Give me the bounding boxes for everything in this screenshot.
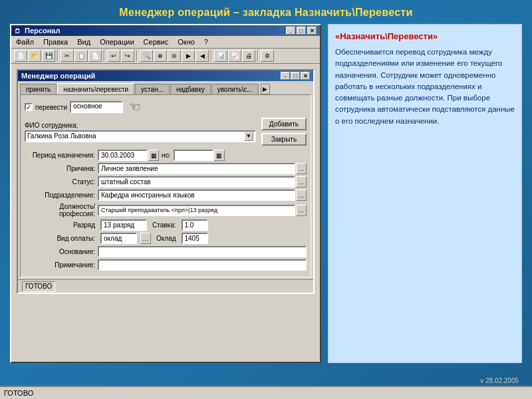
toolbar-btn-3[interactable]: 💾 (42, 50, 55, 62)
toolbar-btn-4[interactable]: ✂ (61, 50, 74, 62)
dolzhnost-row: Должность/профессия: Старший преподавате… (25, 203, 307, 217)
vidoplaty-value[interactable]: оклад (100, 233, 137, 244)
tab-content: ✓ перевести основное ☞ ФИО сотрудника: Г (20, 94, 311, 277)
podrazdelenie-browse[interactable]: … (296, 190, 307, 201)
info-panel: «Назначить\Перевести» Обеспечивается пер… (328, 24, 522, 363)
status-ready: ГОТОВО (22, 281, 55, 292)
period-to-value[interactable] (174, 150, 213, 161)
menu-service[interactable]: Сервис (142, 37, 171, 47)
inner-status-bar: ГОТОВО (18, 279, 313, 293)
osnovanie-value[interactable] (98, 246, 307, 257)
toolbar: 📄 📂 💾 ✂ 📋 📄 ↩ ↪ 🔍 ⊕ ⊖ ▶ ◀ 📊 📈 🖨 ⚙ (11, 49, 320, 64)
prichina-value[interactable]: Личное заявление (98, 163, 295, 174)
fio-label: ФИО сотрудника: (25, 122, 256, 129)
toolbar-btn-16[interactable]: 🖨 (242, 50, 255, 62)
info-title: «Назначить\Перевести» (335, 31, 515, 41)
info-text: Обеспечивается перевод сотрудника между … (335, 47, 515, 127)
prichina-label: Причина: (25, 165, 98, 172)
tab-scroll-right[interactable]: ▶ (261, 84, 270, 94)
menu-edit[interactable]: Правка (41, 37, 70, 47)
oklad-label: Оклад (156, 235, 176, 242)
oklad-value[interactable]: 1405 (182, 233, 208, 244)
period-label: Период назначения: (25, 152, 98, 159)
tab-uvolit[interactable]: уволить\с... (211, 84, 259, 94)
outer-status-bar: ГОТОВО (0, 386, 532, 399)
fio-row: ФИО сотрудника: Галкина Роза Львовна ▼ Д… (25, 118, 307, 146)
toolbar-btn-8[interactable]: ↪ (121, 50, 134, 62)
toolbar-btn-9[interactable]: 🔍 (140, 50, 153, 62)
close-button[interactable]: Закрыть (261, 133, 307, 146)
toolbar-btn-11[interactable]: ⊖ (168, 50, 181, 62)
fio-select[interactable]: Галкина Роза Львовна ▼ (25, 130, 256, 142)
toolbar-btn-17[interactable]: ⚙ (261, 50, 274, 62)
dolzhnost-browse[interactable]: … (296, 205, 307, 216)
outer-window-title: 🗒 Персонал (15, 27, 60, 35)
vidoplaty-oklad-row: Вид оплаты: оклад … Оклад 1405 (25, 233, 307, 244)
vidoplaty-browse[interactable]: … (140, 233, 151, 244)
status-browse[interactable]: … (296, 176, 307, 188)
manager-title: Менеджер операций (21, 72, 95, 80)
razryad-stavka-row: Разряд 13 разряд Ставка: 1.0 (25, 219, 307, 231)
outer-status-text: ГОТОВО (4, 389, 33, 397)
toolbar-btn-14[interactable]: 📊 (214, 50, 227, 62)
manager-close[interactable]: ✕ (301, 72, 310, 80)
stavka-label: Ставка: (152, 221, 176, 229)
razryad-label: Разряд (25, 221, 98, 229)
toolbar-btn-13[interactable]: ◀ (196, 50, 209, 62)
status-value[interactable]: штатный состав (98, 176, 295, 188)
hand-cursor-icon: ☞ (127, 98, 142, 116)
toolbar-btn-2[interactable]: 📂 (28, 50, 41, 62)
tab-ustanovit[interactable]: устан... (135, 84, 170, 94)
menu-file[interactable]: Файл (14, 37, 36, 47)
primechanie-row: Примечание: (25, 259, 307, 271)
maximize-button[interactable]: □ (297, 27, 306, 35)
combo-osnovnoe[interactable]: основное (70, 101, 123, 113)
prichina-row: Причина: Личное заявление … (25, 163, 307, 174)
razryad-value[interactable]: 13 разряд (100, 219, 147, 231)
perevesti-checkbox[interactable]: ✓ (25, 103, 33, 111)
manager-minimize[interactable]: - (281, 72, 290, 80)
menu-view[interactable]: Вид (75, 37, 92, 47)
outer-window: 🗒 Персонал _ □ ✕ Файл Правка Вид Операци… (10, 24, 321, 363)
toolbar-btn-1[interactable]: 📄 (14, 50, 27, 62)
menu-help[interactable]: ? (202, 37, 210, 47)
toolbar-sep-2 (104, 51, 105, 61)
page-title: Менеджер операций – закладка Назначить\П… (0, 0, 532, 24)
dolzhnost-value[interactable]: Старший преподаватель <прп>|13 разряд (98, 205, 295, 216)
toolbar-btn-12[interactable]: ▶ (182, 50, 195, 62)
minimize-button[interactable]: _ (286, 27, 295, 35)
toolbar-btn-7[interactable]: ↩ (107, 50, 120, 62)
close-button[interactable]: ✕ (307, 27, 317, 35)
toolbar-btn-5[interactable]: 📋 (74, 50, 88, 62)
toolbar-btn-15[interactable]: 📈 (228, 50, 241, 62)
menu-window[interactable]: Окно (176, 37, 197, 47)
manager-titlebar: Менеджер операций - □ ✕ (18, 70, 313, 81)
tab-prinyat[interactable]: принять (20, 84, 57, 94)
toolbar-sep-1 (57, 51, 59, 61)
outer-titlebar: 🗒 Персонал _ □ ✕ (11, 25, 320, 36)
primechanie-value[interactable] (98, 259, 307, 271)
toolbar-btn-10[interactable]: ⊕ (154, 50, 167, 62)
osnovanie-row: Основание: (25, 246, 307, 257)
tab-nadbavku[interactable]: надбавку (170, 84, 211, 94)
tab-naznachit[interactable]: назначить\перевести (57, 83, 134, 94)
period-value[interactable]: 30.03.2003 (98, 150, 148, 161)
tabs-row: принять назначить\перевести устан... над… (18, 81, 313, 94)
manager-maximize[interactable]: □ (291, 72, 300, 80)
period-extra-label: но: (162, 152, 171, 159)
toolbar-sep-3 (136, 51, 138, 61)
podrazdelenie-row: Подразделение: Кафедра иностранных языко… (25, 190, 307, 201)
prichina-browse[interactable]: … (296, 163, 307, 174)
podrazdelenie-label: Подразделение: (25, 192, 98, 199)
toolbar-btn-6[interactable]: 📄 (88, 50, 102, 62)
checkbox-row: ✓ перевести основное ☞ (25, 99, 307, 115)
menu-operations[interactable]: Операции (98, 37, 136, 47)
toolbar-sep-5 (257, 51, 259, 61)
fio-dropdown-arrow[interactable]: ▼ (244, 132, 253, 141)
period-date-btn[interactable]: ▦ (148, 150, 159, 161)
stavka-value[interactable]: 1.0 (182, 219, 208, 231)
outer-titlebar-controls: _ □ ✕ (286, 27, 317, 35)
period-to-date-btn[interactable]: ▦ (214, 150, 225, 161)
add-button[interactable]: Добавить (261, 118, 307, 130)
podrazdelenie-value[interactable]: Кафедра иностранных языков (98, 190, 295, 201)
